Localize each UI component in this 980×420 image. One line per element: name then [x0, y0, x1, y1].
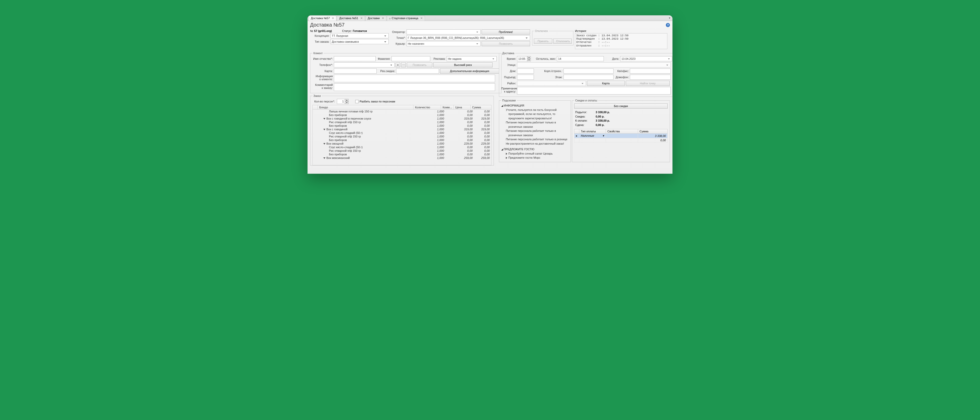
- date-select[interactable]: 13.04.2023: [620, 56, 672, 61]
- point-select[interactable]: Г Лазурная 36_BRN_R06 (R06_CO_BRN(Lazurn…: [407, 35, 530, 40]
- table-row[interactable]: Рис отварной п/ф 150 гр1,0000,000,00: [313, 135, 491, 138]
- hints-offer-header[interactable]: ПРЕДЛОЖИТЕ ГОСТЮ: [501, 147, 569, 152]
- time-input[interactable]: [517, 56, 527, 61]
- tabs-overflow-icon[interactable]: ▾: [669, 16, 670, 20]
- ordertype-select[interactable]: Доставка самовывоз: [331, 39, 389, 44]
- concept-select[interactable]: ТТ Лазурная: [331, 33, 389, 38]
- findpoint-button[interactable]: Найти точку: [626, 81, 670, 86]
- history-log[interactable]: Заказ создан : 13.04.2023 12:50 Подтверж…: [575, 33, 667, 49]
- floor-input[interactable]: [563, 75, 614, 80]
- list-item[interactable]: Предложите гостю Морс: [501, 156, 569, 160]
- table-row[interactable]: Вок с говядиной в перечном соусе1,000319…: [313, 117, 491, 120]
- addrnote-textarea[interactable]: [517, 87, 671, 94]
- name-label: Имя отчество*:: [312, 57, 333, 60]
- close-icon[interactable]: ✕: [360, 17, 363, 20]
- flat-input[interactable]: [630, 69, 671, 73]
- name-input[interactable]: [334, 56, 375, 61]
- table-row[interactable]: Вок с говядиной1,000319,00319,00: [313, 128, 491, 131]
- persons-input[interactable]: [337, 99, 345, 104]
- add-phone-button[interactable]: +: [396, 62, 400, 67]
- tab-start[interactable]: ⌂ Стартовая страница ✕: [387, 16, 425, 21]
- table-row[interactable]: Без приборов1,0000,000,00: [313, 124, 491, 128]
- topay-label: К оплате:: [575, 118, 596, 123]
- list-item[interactable]: Попробуйте сочный салат Цезарь: [501, 152, 569, 156]
- problem-button[interactable]: Проблема!: [482, 29, 530, 35]
- table-row[interactable]: Без приборов1,0000,000,00: [313, 138, 491, 142]
- reject-button[interactable]: Отклонить: [553, 38, 572, 44]
- list-item[interactable]: Уточите, пользуется ли гость бонусной пр…: [501, 108, 569, 121]
- tab-label: Доставка №51: [339, 17, 358, 20]
- phone-select[interactable]: [334, 62, 395, 67]
- courier-select[interactable]: Не назначен: [407, 41, 480, 46]
- call-courier-button[interactable]: Позвонить: [482, 41, 530, 46]
- col-price[interactable]: Цена: [454, 105, 471, 110]
- domofon-input[interactable]: [630, 75, 671, 80]
- entrance-input[interactable]: [517, 75, 534, 80]
- table-row[interactable]: ▸Наличные ▾3 338,00: [574, 134, 668, 138]
- list-item[interactable]: Не распространяется на доставочный заказ…: [501, 142, 569, 146]
- col-dish[interactable]: Блюдо: [318, 105, 414, 110]
- list-item[interactable]: Питание персонала работает только в розн…: [501, 120, 569, 129]
- time-down[interactable]: ▼: [527, 59, 531, 61]
- table-row[interactable]: Вок овощной1,000229,00229,00: [313, 142, 491, 145]
- discountp-label: Скидка:: [575, 115, 596, 119]
- remain-input[interactable]: [557, 56, 604, 61]
- comment-textarea[interactable]: [334, 83, 495, 91]
- card-input[interactable]: [334, 69, 377, 73]
- payments-table[interactable]: Тип оплаты Свойства Сумма ▸Наличные ▾3 3…: [574, 129, 668, 142]
- close-icon[interactable]: ✕: [420, 17, 423, 20]
- disabled-fieldset: Отключен Принять Отклонить: [532, 29, 573, 45]
- table-row[interactable]: Лапша яичная готовая п/ф 150 гр1,0000,00…: [313, 110, 491, 113]
- table-row[interactable]: Соус кисло-сладкий (50 г)1,0000,000,00: [313, 131, 491, 135]
- table-row[interactable]: Без приборов1,0000,000,00: [313, 153, 491, 156]
- ad-select[interactable]: Не задана: [447, 56, 496, 61]
- hints-tree[interactable]: ИНФОРМАЦИЯ Уточите, пользуется ли гость …: [501, 104, 569, 160]
- table-row[interactable]: Рис отварной п/ф 150 гр1,0000,000,00: [313, 120, 491, 124]
- list-item[interactable]: Питание персонала работает только в розн…: [501, 129, 569, 137]
- tab-delivery-57[interactable]: Доставка №57 ✕: [309, 16, 336, 21]
- col-comm[interactable]: Комм...: [441, 105, 454, 110]
- split-checkbox[interactable]: [355, 100, 359, 103]
- hints-info-header[interactable]: ИНФОРМАЦИЯ: [501, 104, 569, 108]
- surname-input[interactable]: [391, 56, 430, 61]
- extra-info-button[interactable]: Дополнительная информация: [440, 69, 499, 73]
- table-row[interactable]: 0,00: [574, 138, 668, 142]
- persons-down-button[interactable]: ▼: [345, 101, 348, 104]
- phone-more-button[interactable]: ⋯: [401, 62, 406, 67]
- high-risk-button[interactable]: Высокий риск: [433, 62, 493, 67]
- table-row[interactable]: Вок мексиканский1,000259,00259,00: [313, 156, 491, 160]
- operator-select[interactable]: [407, 29, 480, 35]
- table-row[interactable]: Рис отварной п/ф 150 гр1,0000,000,00: [313, 149, 491, 153]
- time-up[interactable]: ▲: [527, 56, 531, 59]
- pay-col-type[interactable]: Тип оплаты: [579, 129, 606, 134]
- hints-offer-group[interactable]: ПРЕДЛОЖИТЕ ГОСТЮ Попробуйте сочный салат…: [501, 147, 569, 160]
- pay-col-marker[interactable]: [574, 129, 579, 134]
- persons-up-button[interactable]: ▲: [345, 99, 348, 101]
- hints-info-group[interactable]: ИНФОРМАЦИЯ Уточите, пользуется ли гость …: [501, 104, 569, 145]
- district-select[interactable]: [517, 81, 586, 86]
- comment-label: Комментарий к заказу:: [312, 83, 333, 89]
- pay-col-sum[interactable]: Сумма: [638, 129, 668, 134]
- discount-input[interactable]: [396, 69, 439, 73]
- house-input[interactable]: [517, 69, 534, 73]
- order-rows-scroll[interactable]: Лапша яичная готовая п/ф 150 гр1,0000,00…: [312, 110, 492, 165]
- close-icon[interactable]: ✕: [332, 17, 334, 20]
- tab-delivery-51[interactable]: Доставка №51 ✕: [337, 16, 365, 21]
- nodiscount-button[interactable]: Без скидки: [574, 104, 668, 109]
- map-button[interactable]: Карта: [587, 81, 625, 86]
- call-client-button[interactable]: Позвонить: [407, 62, 432, 67]
- pay-col-props[interactable]: Свойства: [606, 129, 638, 134]
- table-row[interactable]: Без приборов1,0000,000,00: [313, 113, 491, 117]
- street-select[interactable]: [517, 62, 671, 67]
- korp-input[interactable]: [563, 69, 614, 73]
- clientinfo-textarea[interactable]: [334, 75, 495, 82]
- tab-deliveries[interactable]: Доставки ✕: [366, 16, 387, 21]
- help-icon[interactable]: ?: [666, 23, 670, 27]
- col-expand[interactable]: [313, 105, 318, 110]
- col-sum[interactable]: Сумма: [471, 105, 492, 110]
- table-row[interactable]: Соус кисло-сладкий (50 г)1,0000,000,00: [313, 145, 491, 149]
- accept-button[interactable]: Принять: [534, 38, 552, 44]
- col-qty[interactable]: Количество: [414, 105, 441, 110]
- list-item[interactable]: Питание персонала работает только в розн…: [501, 137, 569, 142]
- close-icon[interactable]: ✕: [382, 17, 384, 20]
